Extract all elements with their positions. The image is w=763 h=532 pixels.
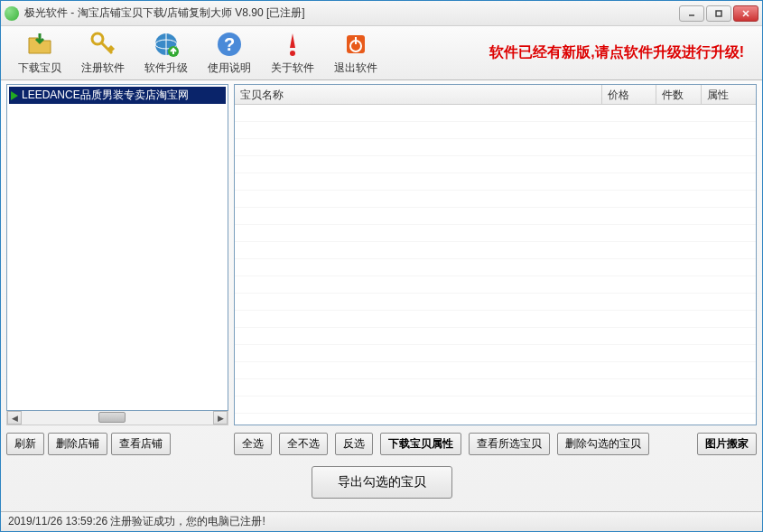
svg-text:?: ? bbox=[224, 34, 235, 54]
grid-header: 宝贝名称 价格 件数 属性 bbox=[235, 85, 756, 105]
statusbar: 2019/11/26 13:59:26 注册验证成功，您的电脑已注册! bbox=[1, 511, 762, 531]
about-button[interactable]: 关于软件 bbox=[261, 27, 324, 79]
upgrade-button[interactable]: 软件升级 bbox=[135, 27, 198, 79]
close-button[interactable] bbox=[733, 5, 758, 22]
window-title: 极光软件 - 淘宝店铺宝贝下载/店铺复制大师 V8.90 [已注册] bbox=[24, 5, 679, 21]
update-banner: 软件已经有新版,请点软件升级进行升级! bbox=[387, 43, 755, 62]
play-arrow-icon bbox=[11, 91, 18, 100]
folder-download-icon bbox=[25, 30, 54, 59]
status-text: 2019/11/26 13:59:26 注册验证成功，您的电脑已注册! bbox=[8, 514, 265, 529]
download-attr-button[interactable]: 下载宝贝属性 bbox=[380, 433, 461, 455]
image-move-button[interactable]: 图片搬家 bbox=[697, 433, 757, 455]
svg-point-10 bbox=[290, 51, 295, 56]
titlebar: 极光软件 - 淘宝店铺宝贝下载/店铺复制大师 V8.90 [已注册] bbox=[1, 1, 762, 26]
app-icon bbox=[5, 6, 19, 21]
delete-shop-button[interactable]: 删除店铺 bbox=[48, 433, 107, 455]
select-all-button[interactable]: 全选 bbox=[234, 433, 272, 455]
tree-item-label: LEEDANCE品质男装专卖店淘宝网 bbox=[22, 88, 189, 103]
horizontal-scrollbar[interactable]: ◀ ▶ bbox=[6, 411, 228, 425]
grid-body[interactable] bbox=[235, 105, 756, 425]
exclamation-icon bbox=[278, 30, 307, 59]
register-button[interactable]: 注册软件 bbox=[71, 27, 135, 79]
select-none-button[interactable]: 全不选 bbox=[279, 433, 328, 455]
power-icon bbox=[341, 30, 370, 59]
scroll-thumb[interactable] bbox=[98, 412, 126, 423]
scroll-left-icon[interactable]: ◀ bbox=[7, 411, 22, 425]
download-button[interactable]: 下载宝贝 bbox=[8, 27, 71, 79]
tree-item[interactable]: LEEDANCE品质男装专卖店淘宝网 bbox=[9, 87, 226, 104]
column-count[interactable]: 件数 bbox=[656, 85, 702, 104]
key-icon bbox=[88, 30, 117, 59]
column-name[interactable]: 宝贝名称 bbox=[235, 85, 602, 104]
question-icon: ? bbox=[215, 30, 244, 59]
shop-tree[interactable]: LEEDANCE品质男装专卖店淘宝网 bbox=[6, 84, 228, 411]
view-selected-button[interactable]: 查看所选宝贝 bbox=[469, 433, 550, 455]
refresh-button[interactable]: 刷新 bbox=[6, 433, 44, 455]
maximize-button[interactable] bbox=[706, 5, 731, 22]
delete-checked-button[interactable]: 删除勾选的宝贝 bbox=[557, 433, 649, 455]
minimize-button[interactable] bbox=[679, 5, 704, 22]
exit-button[interactable]: 退出软件 bbox=[324, 27, 387, 79]
toolbar: 下载宝贝 注册软件 软件升级 ? 使用说明 关于软件 退出软件 软件已经有新版,… bbox=[1, 26, 762, 80]
help-button[interactable]: ? 使用说明 bbox=[198, 27, 261, 79]
column-price[interactable]: 价格 bbox=[602, 85, 656, 104]
svg-rect-1 bbox=[716, 11, 721, 16]
column-attr[interactable]: 属性 bbox=[702, 85, 756, 104]
export-checked-button[interactable]: 导出勾选的宝贝 bbox=[312, 466, 452, 499]
scroll-right-icon[interactable]: ▶ bbox=[213, 411, 228, 425]
item-grid[interactable]: 宝贝名称 价格 件数 属性 bbox=[234, 84, 757, 425]
globe-upgrade-icon bbox=[152, 30, 181, 59]
invert-selection-button[interactable]: 反选 bbox=[335, 433, 373, 455]
view-shop-button[interactable]: 查看店铺 bbox=[111, 433, 171, 455]
